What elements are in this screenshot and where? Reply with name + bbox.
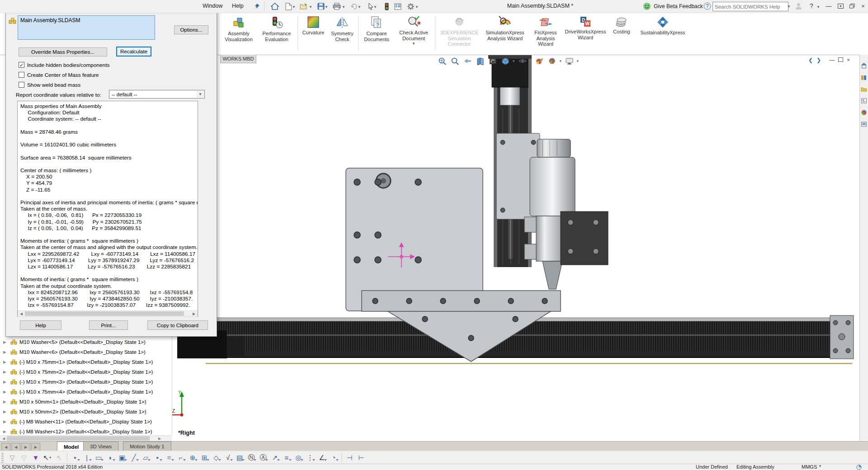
results-horizontal-scrollbar[interactable]: ◀ ▶ <box>18 310 198 317</box>
tree-item[interactable]: ▶M10 Washer<5> (Default<<Default>_Displa… <box>0 337 172 347</box>
tree-item[interactable]: ▶M10 Washer<6> (Default<<Default>_Displa… <box>0 347 172 357</box>
ribbon-compare-documents[interactable]: ? Compare Documents <box>360 14 393 52</box>
collapse-ribbon-button[interactable] <box>835 2 845 10</box>
pie-tolerance-icon[interactable]: ◔ <box>328 452 340 463</box>
graphics-viewport[interactable]: Y Z *Right <box>172 55 860 441</box>
note-a-icon[interactable]: Ⓐ <box>257 452 269 463</box>
override-mass-properties-button[interactable]: Override Mass Properties... <box>19 47 107 56</box>
help-button[interactable]: Help <box>20 320 61 330</box>
offset-entities-icon[interactable]: ⊞ <box>198 452 210 463</box>
scroll-right-arrow[interactable]: ▶ <box>156 436 163 441</box>
design-library-icon[interactable] <box>860 73 868 82</box>
note-n-icon[interactable]: Ⓝ <box>245 452 257 463</box>
menu-window[interactable]: Window <box>203 3 222 9</box>
create-com-checkbox[interactable] <box>19 72 24 78</box>
apply-scene-dropdown[interactable]: ▼ <box>559 59 562 63</box>
previous-view-icon[interactable] <box>462 56 473 66</box>
tab-scroll-left-icon[interactable]: ❮ <box>808 57 813 63</box>
tab-first-button[interactable]: ◀ <box>1 443 10 451</box>
tree-item[interactable]: ▶(-) M8 Washer<12> (Default<<Default>_Di… <box>0 427 172 435</box>
open-dropdown[interactable]: ▼ <box>309 5 312 9</box>
edit-appearance-icon[interactable] <box>534 56 545 66</box>
dimension-icon[interactable]: ▤ <box>234 452 245 463</box>
tab-last-button[interactable]: ▶ <box>31 443 40 451</box>
tree-item[interactable]: ▶M10 x 50mm<2> (Default<<Default>_Displa… <box>0 407 172 416</box>
options-gear-icon[interactable] <box>405 1 416 11</box>
doc-minimize-button[interactable]: — <box>829 57 835 63</box>
select-arrow-icon[interactable]: ↖▼ <box>42 452 53 463</box>
help-menu-button[interactable]: ? <box>807 2 816 10</box>
unit-dropdown[interactable]: ▼ <box>818 464 822 468</box>
ribbon-performance-evaluation[interactable]: Performance Evaluation <box>258 14 296 52</box>
tab-motion-study-1[interactable]: Motion Study 1 <box>123 442 171 451</box>
sketch-line-icon[interactable]: ╱ <box>128 452 140 463</box>
scroll-left-arrow[interactable]: ◀ <box>0 436 7 441</box>
print-button[interactable]: Print... <box>89 320 128 330</box>
sketch-point-small-icon[interactable]: ▪ <box>151 452 163 463</box>
zoom-to-fit-icon[interactable] <box>437 56 448 66</box>
sketch-point-icon[interactable]: • <box>69 452 81 463</box>
print-icon[interactable] <box>331 1 342 11</box>
results-scroll-left[interactable]: ◀ <box>18 311 24 316</box>
custom-properties-icon[interactable] <box>860 120 868 129</box>
view-palette-icon[interactable] <box>860 96 868 105</box>
sketch-spline-icon[interactable]: ◗ <box>104 452 116 463</box>
results-scroll-right[interactable]: ▶ <box>191 311 197 316</box>
include-hidden-checkbox[interactable]: ✓ <box>19 62 24 68</box>
doc-restore-button[interactable] <box>838 57 843 63</box>
ribbon-assembly-visualization[interactable]: Assembly Visualization <box>221 14 257 52</box>
tree-item[interactable]: ▶M10 x 50mm<1> (Default<<Default>_Displa… <box>0 397 172 406</box>
status-icon[interactable] <box>856 465 862 470</box>
view-orientation-icon[interactable] <box>487 56 498 66</box>
filter-funnel-alt-icon[interactable]: ▽ <box>18 452 30 463</box>
tab-scroll-right-icon[interactable]: ❯ <box>816 57 821 63</box>
eraser-icon[interactable]: ◇ <box>210 452 222 463</box>
balloon-icon[interactable]: ◎ <box>292 452 304 463</box>
options-button[interactable]: Options... <box>174 25 208 34</box>
ribbon-symmetry-check[interactable]: Symmetry Check <box>327 14 357 52</box>
help-search-box[interactable]: ▼ <box>712 2 788 11</box>
trim-right-icon[interactable]: ⊢ <box>355 452 367 463</box>
beta-feedback[interactable]: Give Beta Feedback <box>643 2 703 10</box>
ribbon-floxpress[interactable]: FloXpress Analysis Wizard <box>529 14 562 52</box>
user-icon[interactable] <box>795 2 802 12</box>
ribbon-curvature[interactable]: Curvature <box>299 14 327 52</box>
toolbar-grip[interactable] <box>1 453 4 463</box>
save-dropdown[interactable]: ▼ <box>325 5 328 9</box>
tab-3d-views[interactable]: 3D Views <box>83 442 118 451</box>
appearances-scenes-icon[interactable] <box>860 108 868 117</box>
print-dropdown[interactable]: ▼ <box>342 5 345 9</box>
undo-dropdown[interactable]: ▼ <box>358 5 361 9</box>
sketch-rectangle-icon[interactable]: ▭ <box>93 452 104 463</box>
help-dropdown[interactable]: ▼ <box>816 5 820 9</box>
stoplight-icon[interactable] <box>381 1 392 11</box>
restore-button[interactable] <box>847 2 857 10</box>
close-button[interactable]: × <box>858 2 868 10</box>
check-active-dropdown[interactable]: ▼ <box>412 42 415 46</box>
zoom-to-area-icon[interactable] <box>449 56 460 66</box>
ribbon-check-active-document[interactable]: ✱ Check Active Document ▼ <box>394 14 433 52</box>
select-dropdown[interactable]: ▼ <box>373 5 377 9</box>
apply-scene-icon[interactable] <box>547 56 558 66</box>
angle-dimension-icon[interactable]: ∠ <box>316 452 328 463</box>
menu-help[interactable]: Help <box>232 3 244 9</box>
ribbon-sustainabilityxpress[interactable]: SustainabilityXpress <box>636 14 690 52</box>
leader-icon[interactable]: ↗ <box>269 452 281 463</box>
sketch-box-icon[interactable]: ▣ <box>116 452 128 463</box>
view-settings-dropdown[interactable]: ▼ <box>576 59 580 63</box>
tab-model[interactable]: Model <box>57 442 85 451</box>
results-scroll-thumb[interactable] <box>25 311 184 316</box>
ribbon-driveworksxpress[interactable]: DW DriveWorksXpress Wizard <box>563 14 608 52</box>
trim-left-icon[interactable]: ⊣ <box>344 452 355 463</box>
tab-prev-button[interactable]: ◀ <box>11 443 20 451</box>
filter-funnel-icon[interactable]: ▽ <box>6 452 18 463</box>
target-document-field[interactable]: Main Assembly.SLDASM <box>18 15 155 40</box>
doc-close-button[interactable]: × <box>847 57 850 63</box>
scroll-thumb[interactable] <box>7 436 150 441</box>
tree-item[interactable]: ▶(-) M10 x 75mm<3> (Default<<Default>_Di… <box>0 377 172 386</box>
search-dropdown[interactable]: ▼ <box>787 5 791 9</box>
stacked-balloon-icon[interactable]: ⋮ <box>304 452 316 463</box>
new-dropdown[interactable]: ▼ <box>292 5 296 9</box>
hide-show-dropdown[interactable]: ▼ <box>529 59 533 63</box>
mass-properties-results[interactable]: Mass properties of Main Assembly Configu… <box>17 101 198 317</box>
